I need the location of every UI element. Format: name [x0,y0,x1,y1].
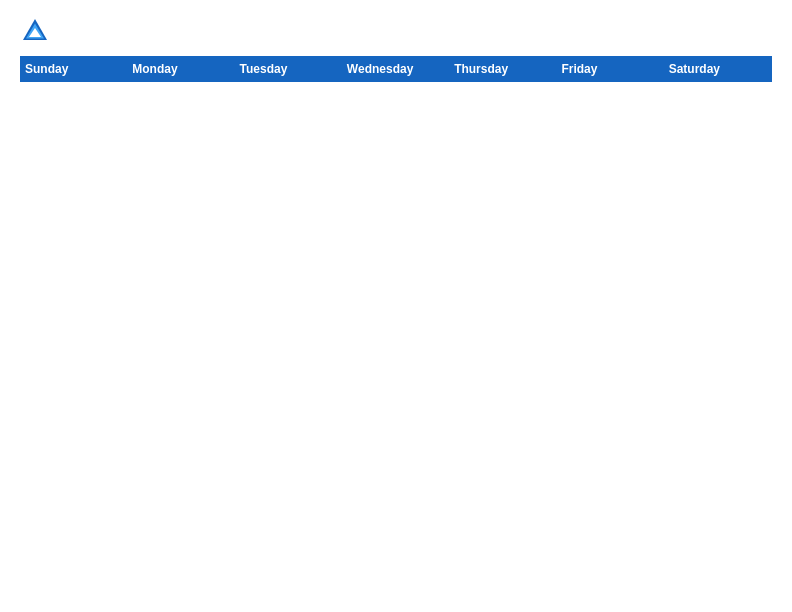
weekday-header-monday: Monday [128,57,235,82]
logo-icon [20,16,50,46]
weekday-header-row: SundayMondayTuesdayWednesdayThursdayFrid… [21,57,772,82]
calendar-table: SundayMondayTuesdayWednesdayThursdayFrid… [20,56,772,82]
weekday-header-thursday: Thursday [450,57,557,82]
weekday-header-friday: Friday [557,57,664,82]
weekday-header-wednesday: Wednesday [342,57,449,82]
logo [20,16,52,46]
page: SundayMondayTuesdayWednesdayThursdayFrid… [0,0,792,92]
weekday-header-saturday: Saturday [664,57,771,82]
weekday-header-sunday: Sunday [21,57,128,82]
header [20,16,772,46]
weekday-header-tuesday: Tuesday [235,57,342,82]
